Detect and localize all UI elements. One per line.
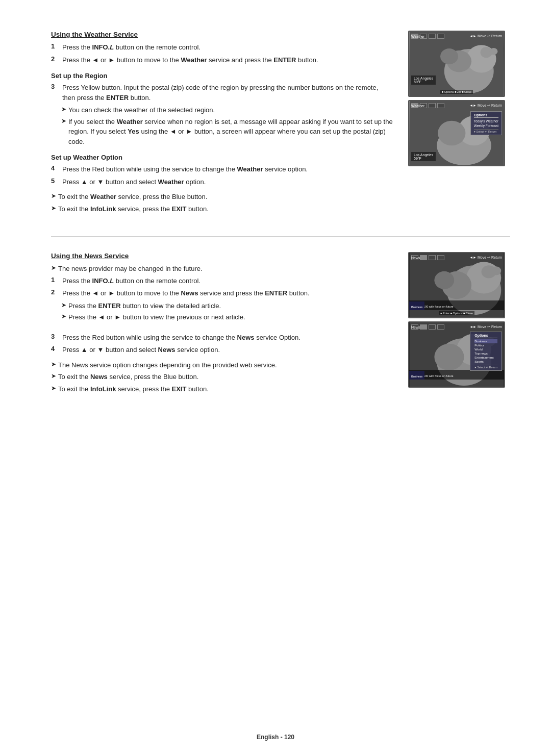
setup-option-title: Set up Weather Option	[51, 154, 393, 161]
weather-label-1: Weather	[411, 35, 424, 38]
news-bullet-arrow-2: ➤	[61, 313, 66, 322]
news-step-3: 3 Press the Red button while using the s…	[51, 333, 393, 343]
news-note-text-2: To exit the News service, press the Blue…	[58, 372, 198, 382]
news-step-1: 1 Press the INFO.L button on the remote …	[51, 276, 393, 286]
weather-step-1: 1 Press the INFO.L button on the remote …	[51, 42, 393, 53]
step-text-3: Press Yellow button. Input the postal (z…	[62, 83, 393, 103]
news-intro-text: The news provider may be changed in the …	[58, 264, 203, 274]
page: Using the Weather Service 1 Press the IN…	[0, 0, 551, 756]
news-icon-1b	[420, 255, 427, 260]
bullet-text-2: If you select the Weather service when n…	[68, 117, 393, 147]
news-section: Using the News Service ➤ The news provid…	[51, 252, 510, 396]
step-text-1: Press the INFO.L button on the remote co…	[62, 42, 201, 53]
news-num-1: 1	[51, 276, 59, 286]
news-bullet-2: ➤ Press the ◄ or ► button to view the pr…	[61, 312, 393, 322]
weather-screen-2-topbar: ◄► Move ↩ Return	[411, 103, 502, 108]
weather-screen-1-topbar: ◄► Move ↩ Return	[411, 34, 502, 39]
news-note-arrow-3: ➤	[51, 385, 56, 394]
step-text-4: Press the Red button while using the ser…	[62, 164, 308, 174]
step-num-3: 3	[51, 83, 59, 103]
icon-4	[437, 34, 444, 39]
options-item-2: Weekly Forecast	[474, 123, 498, 128]
weather-bullet-2: ➤ If you select the Weather service when…	[61, 117, 393, 147]
news-note-text-1: The News service option changes dependin…	[58, 360, 277, 370]
news-bullet-text-1: Press the ENTER button to view the detai…	[68, 301, 221, 311]
weather-city-2: Los Angeles 59°F	[411, 152, 436, 161]
weather-step-3: 3 Press Yellow button. Input the postal …	[51, 83, 393, 103]
news-num-2: 2	[51, 288, 59, 298]
section-divider	[51, 236, 510, 237]
news-num-3: 3	[51, 333, 59, 343]
options-footer: ● Select ↩ Return	[474, 129, 498, 133]
news-bottom-btns-1: ● Enter ■ Options ■ Close	[411, 311, 502, 315]
weather-step-4: 4 Press the Red button while using the s…	[51, 164, 393, 174]
weather-label-2: Weather	[411, 104, 424, 108]
news-screens-col: ◄► Move ↩ Return News GM turns 100 with …	[408, 252, 510, 396]
news-text-4: Press ▲ or ▼ button and select News serv…	[62, 345, 220, 355]
note-arrow-2: ➤	[51, 205, 56, 214]
news-text-1: Press the INFO.L button on the remote co…	[62, 276, 201, 286]
step-num-2: 2	[51, 55, 59, 65]
weather-screens-col: ◄► Move ↩ Return Weather Los Angeles 59°…	[408, 31, 510, 216]
news-opt-sports: Sports	[474, 360, 497, 364]
news-opt-world: World	[474, 347, 497, 351]
news-step-4: 4 Press ▲ or ▼ button and select News se…	[51, 345, 393, 355]
news-icon-1d	[437, 255, 444, 260]
icon-3	[429, 34, 436, 39]
weather-nav-1: ◄► Move ↩ Return	[469, 34, 502, 38]
news-intro-arrow: ➤	[51, 264, 56, 274]
weather-section: Using the Weather Service 1 Press the IN…	[51, 31, 510, 216]
news-icon-1c	[429, 255, 436, 260]
news-num-4: 4	[51, 345, 59, 355]
news-screen-1-topbar: ◄► Move ↩ Return	[411, 255, 502, 260]
weather-note-1: ➤ To exit the Weather service, press the…	[51, 192, 393, 202]
news-label-1: News	[411, 256, 420, 260]
weather-step-2: 2 Press the ◄ or ► button to move to the…	[51, 55, 393, 65]
weather-bottom-btns-1: ■ Options ■ Zip ■ Close	[411, 90, 502, 94]
news-note-arrow-2: ➤	[51, 372, 56, 382]
options-title: Options	[474, 113, 498, 118]
weather-nav-2: ◄► Move ↩ Return	[469, 104, 502, 108]
news-note-3: ➤ To exit the InfoLink service, press th…	[51, 384, 393, 394]
news-intro-bullet: ➤ The news provider may be changed in th…	[51, 264, 393, 274]
news-label-2: News	[411, 325, 420, 329]
news-text-3: Press the Red button while using the ser…	[62, 333, 300, 343]
news-bullet-1: ➤ Press the ENTER button to view the det…	[61, 301, 393, 311]
weather-screen-2: ◄► Move ↩ Return Weather Options Today's…	[408, 100, 505, 166]
icon-3b	[429, 103, 436, 108]
news-step-2: 2 Press the ◄ or ► button to move to the…	[51, 288, 393, 298]
weather-step-5: 5 Press ▲ or ▼ button and select Weather…	[51, 177, 393, 187]
news-opt-topnews: Top news	[474, 351, 497, 356]
news-screen-2: ◄► Move ↩ Return News Options Business P…	[408, 321, 505, 388]
news-text-2: Press the ◄ or ► button to move to the N…	[62, 288, 310, 298]
weather-city-1: Los Angeles 59°F	[411, 75, 436, 85]
news-bullet-text-2: Press the ◄ or ► button to view the prev…	[68, 312, 245, 322]
news-options-footer: ● Select ↩ Return	[474, 365, 497, 369]
note-text-1: To exit the Weather service, press the B…	[58, 192, 207, 202]
news-opt-business: Business	[474, 339, 497, 343]
news-note-text-3: To exit the InfoLink service, press the …	[58, 384, 209, 394]
news-options-overlay: Options Business Politics World Top news…	[470, 332, 502, 371]
news-title: Using the News Service	[51, 252, 393, 260]
weather-screen-1: ◄► Move ↩ Return Weather Los Angeles 59°…	[408, 31, 505, 97]
weather-text-col: Using the Weather Service 1 Press the IN…	[51, 31, 393, 216]
weather-options-overlay: Options Today's Weather Weekly Forecast …	[470, 111, 502, 135]
options-item-1: Today's Weather	[474, 119, 498, 123]
svg-rect-7	[410, 32, 504, 96]
news-screen-1: ◄► Move ↩ Return News GM turns 100 with …	[408, 252, 505, 318]
news-icon-2b	[420, 324, 427, 330]
news-icon-2c	[429, 324, 436, 330]
news-options-title: Options	[474, 334, 497, 338]
news-note-arrow-1: ➤	[51, 361, 56, 370]
bullet-text-1: You can check the weather of the selecte…	[68, 105, 215, 115]
icon-4b	[437, 103, 444, 108]
news-icon-2d	[437, 324, 444, 330]
footer-text: English - 120	[257, 734, 294, 741]
step-num-5: 5	[51, 177, 59, 187]
news-bullet-arrow-1: ➤	[61, 301, 66, 311]
step-num-4: 4	[51, 164, 59, 174]
news-nav-1: ◄► Move ↩ Return	[469, 256, 502, 260]
weather-title: Using the Weather Service	[51, 31, 393, 38]
step-text-5: Press ▲ or ▼ button and select Weather o…	[62, 177, 206, 187]
news-text-col: Using the News Service ➤ The news provid…	[51, 252, 393, 396]
